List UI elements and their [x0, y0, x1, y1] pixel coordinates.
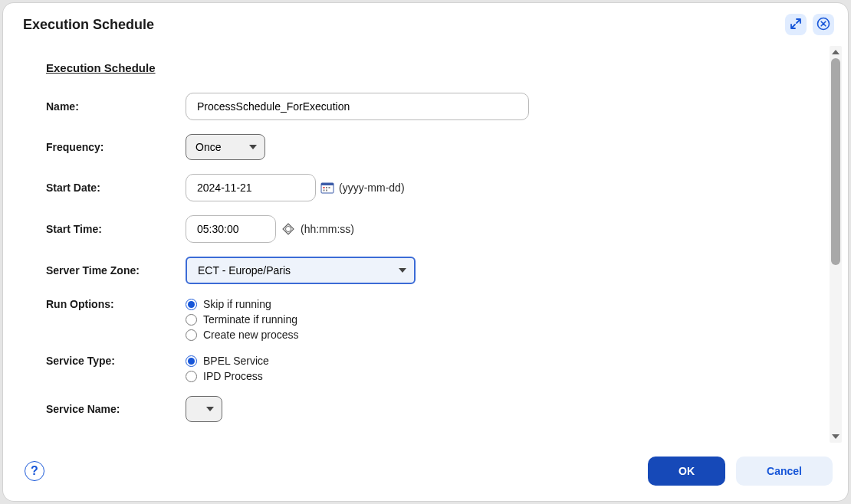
start-date-label: Start Date:: [46, 182, 186, 194]
run-option-terminate-radio[interactable]: [186, 314, 197, 326]
start-date-hint: (yyyy-mm-dd): [339, 182, 405, 194]
name-control: [186, 93, 529, 120]
frequency-label: Frequency:: [46, 141, 186, 153]
service-type-ipd: IPD Process: [186, 370, 269, 382]
frequency-control: Once: [186, 134, 265, 160]
service-name-label: Service Name:: [46, 403, 186, 415]
close-button[interactable]: [813, 14, 834, 35]
row-frequency: Frequency: Once: [46, 134, 799, 160]
row-run-options: Run Options: Skip if running Terminate i…: [46, 298, 799, 341]
service-type-ipd-radio[interactable]: [186, 371, 197, 382]
run-option-terminate: Terminate if running: [186, 313, 299, 326]
calendar-icon[interactable]: [320, 182, 334, 194]
timezone-control: ECT - Europe/Paris: [186, 257, 416, 284]
service-type-group: BPEL Service IPD Process: [186, 355, 269, 382]
section-title: Execution Schedule: [46, 61, 799, 74]
timezone-select[interactable]: ECT - Europe/Paris: [186, 257, 416, 284]
run-option-terminate-label[interactable]: Terminate if running: [203, 313, 297, 326]
svg-rect-6: [324, 190, 325, 191]
frequency-select[interactable]: Once: [186, 134, 265, 160]
start-date-input[interactable]: [186, 174, 316, 201]
start-time-control: (hh:mm:ss): [186, 215, 354, 243]
service-type-bpel: BPEL Service: [186, 355, 269, 367]
run-options-label: Run Options:: [46, 298, 186, 310]
row-service-name: Service Name:: [46, 396, 799, 422]
run-option-skip-label[interactable]: Skip if running: [203, 298, 271, 310]
clock-icon[interactable]: [281, 221, 296, 237]
service-name-select[interactable]: [186, 396, 222, 422]
run-option-create-radio[interactable]: [186, 329, 197, 341]
help-icon: ?: [31, 464, 38, 478]
service-type-ipd-label[interactable]: IPD Process: [203, 370, 263, 382]
start-date-control: (yyyy-mm-dd): [186, 174, 405, 201]
svg-point-9: [286, 227, 291, 232]
dialog-title: Execution Schedule: [23, 17, 154, 33]
run-option-skip-radio[interactable]: [186, 299, 197, 310]
run-options-group: Skip if running Terminate if running Cre…: [186, 298, 299, 341]
row-service-type: Service Type: BPEL Service IPD Process: [46, 355, 799, 382]
scroll-down-icon[interactable]: [830, 430, 842, 443]
svg-rect-2: [321, 183, 334, 185]
content-area: Execution Schedule Name: Frequency: Once…: [3, 43, 830, 446]
dialog-footer: ? OK Cancel: [3, 446, 848, 501]
help-button[interactable]: ?: [25, 461, 44, 481]
scroll-up-icon[interactable]: [830, 46, 842, 58]
start-time-hint: (hh:mm:ss): [301, 223, 354, 235]
expand-icon: [790, 18, 802, 32]
footer-actions: OK Cancel: [648, 457, 833, 486]
service-type-bpel-label[interactable]: BPEL Service: [203, 355, 269, 367]
row-start-date: Start Date: (yyyy: [46, 174, 799, 201]
row-timezone: Server Time Zone: ECT - Europe/Paris: [46, 257, 799, 284]
timezone-label: Server Time Zone:: [46, 264, 186, 277]
scrollbar[interactable]: [830, 46, 842, 443]
run-option-create-label[interactable]: Create new process: [203, 329, 299, 341]
service-name-control: [186, 396, 222, 422]
header-actions: [785, 14, 834, 35]
expand-button[interactable]: [785, 14, 807, 35]
execution-schedule-dialog: Execution Schedule: [3, 3, 848, 501]
run-option-create: Create new process: [186, 329, 299, 341]
ok-button[interactable]: OK: [648, 457, 725, 486]
svg-rect-4: [326, 187, 327, 188]
service-type-bpel-radio[interactable]: [186, 355, 197, 367]
run-option-skip: Skip if running: [186, 298, 299, 310]
svg-rect-3: [324, 187, 325, 188]
dialog-body: Execution Schedule Name: Frequency: Once…: [3, 43, 848, 446]
name-input[interactable]: [186, 93, 529, 120]
start-time-input[interactable]: [186, 215, 276, 243]
name-label: Name:: [46, 100, 186, 113]
svg-rect-7: [326, 190, 327, 191]
start-time-label: Start Time:: [46, 223, 186, 235]
svg-rect-5: [329, 187, 330, 188]
row-name: Name:: [46, 93, 799, 120]
cancel-button[interactable]: Cancel: [736, 457, 833, 486]
close-icon: [816, 17, 830, 33]
dialog-header: Execution Schedule: [3, 3, 848, 43]
row-start-time: Start Time: (hh:mm:ss): [46, 215, 799, 243]
scrollbar-thumb[interactable]: [831, 58, 840, 265]
service-type-label: Service Type:: [46, 355, 186, 367]
